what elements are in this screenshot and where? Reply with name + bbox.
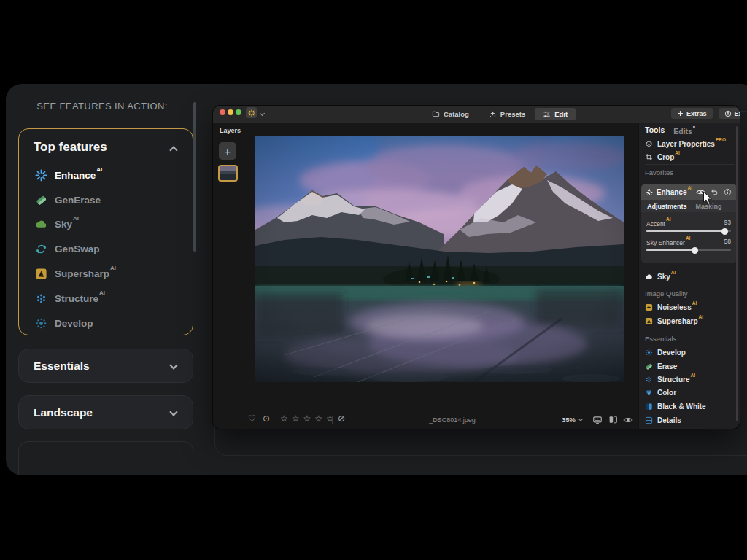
slider-value: 58 <box>724 238 731 246</box>
sidebar-item-supersharp[interactable]: SupersharpAI <box>35 266 116 281</box>
structure-dots-icon <box>645 376 653 384</box>
tab-catalog[interactable]: Catalog <box>432 110 469 118</box>
statusbar-divider <box>332 416 333 424</box>
minimize-button[interactable] <box>228 109 233 115</box>
app-window: Catalog Presets Edit Extras <box>213 106 740 429</box>
star-icon[interactable]: ☆ <box>326 413 334 424</box>
sidebar-item-label: Sky <box>55 219 72 230</box>
enhance-tool-header[interactable]: EnhanceAI <box>641 184 737 200</box>
sidebar-item-sky[interactable]: SkyAI <box>35 217 79 231</box>
preview-eye-icon[interactable] <box>623 415 633 425</box>
sidebar-scrollbar[interactable] <box>193 102 196 252</box>
accordion-partial[interactable] <box>18 441 193 475</box>
supersharp-icon <box>35 268 47 280</box>
image-quality-label: Image Quality <box>645 289 688 298</box>
filename-label: _DSC8014.jpeg <box>394 416 511 424</box>
sidebar-item-generase[interactable]: GenErase <box>35 192 101 207</box>
star-icon[interactable]: ☆ <box>280 413 288 424</box>
sidebar-item-label: Develop <box>55 318 93 329</box>
ai-badge: AI <box>110 265 116 271</box>
slider-thumb[interactable] <box>721 228 728 235</box>
sidebar-item-label: Supersharp <box>55 268 109 279</box>
sidebar-item-label: Enhance <box>55 170 96 181</box>
tab-edits[interactable]: Edits• <box>673 125 694 136</box>
black-white-row[interactable]: Black & White <box>645 402 707 411</box>
favorite-heart-icon[interactable]: ♡ <box>248 413 256 424</box>
sidebar-item-develop[interactable]: Develop <box>35 316 94 330</box>
tab-adjustments[interactable]: Adjustments <box>647 203 687 210</box>
enhance-sparkle-icon <box>35 169 47 182</box>
chevron-down-icon <box>169 361 177 369</box>
develop-icon <box>35 317 47 330</box>
accordion-landscape[interactable]: Landscape <box>18 395 193 429</box>
enhance-sparkle-icon <box>646 188 653 196</box>
eraser-icon <box>35 194 47 206</box>
layer-thumbnail[interactable] <box>218 165 238 182</box>
sun-icon <box>248 109 255 117</box>
folder-icon <box>432 110 440 118</box>
zoom-dropdown[interactable]: 35% <box>562 416 582 424</box>
app-menu-button[interactable] <box>246 107 257 118</box>
develop-row[interactable]: Develop <box>645 348 686 357</box>
top-features-title[interactable]: Top features <box>34 140 107 155</box>
chevron-up-icon[interactable] <box>169 146 177 154</box>
slideshow-icon[interactable] <box>592 415 603 425</box>
ai-badge: AI <box>73 215 79 222</box>
erase-row[interactable]: Erase <box>645 362 678 370</box>
tab-tools[interactable]: Tools <box>645 125 665 136</box>
mode-nav: Catalog Presets Edit <box>432 108 576 120</box>
star-icon[interactable]: ☆ <box>303 413 311 424</box>
develop-icon <box>645 349 653 357</box>
slider-label: AccentAI <box>646 219 671 228</box>
tab-edit[interactable]: Edit <box>535 108 576 120</box>
layer-properties-row[interactable]: Layer PropertiesPRO <box>645 139 726 148</box>
sidebar-item-genswap[interactable]: GenSwap <box>35 241 101 256</box>
statusbar-divider <box>276 416 276 424</box>
color-row[interactable]: Color <box>645 388 677 397</box>
sidebar-item-structure[interactable]: StructureAI <box>35 291 105 306</box>
sidebar-item-enhance[interactable]: EnhanceAI <box>35 168 102 182</box>
accent-slider[interactable] <box>646 230 731 232</box>
page: SEE FEATURES IN ACTION: Top features Enh… <box>0 0 747 560</box>
extras-button[interactable]: Extras <box>671 108 713 119</box>
structure-row[interactable]: StructureAI <box>645 375 695 384</box>
slider-thumb[interactable] <box>692 247 698 254</box>
accordion-title: Landscape <box>34 406 93 419</box>
sky-tool-row[interactable]: SkyAI <box>645 272 676 281</box>
accordion-title: Essentials <box>34 359 90 373</box>
pro-badge: PRO <box>716 137 726 142</box>
rating-stars: ☆ ☆ ☆ ☆ ☆ <box>280 413 334 424</box>
layers-icon <box>645 140 653 148</box>
close-button[interactable] <box>220 109 225 115</box>
noiseless-row[interactable]: NoiselessAI <box>645 303 697 311</box>
sliders-icon <box>543 110 551 118</box>
add-layer-button[interactable]: + <box>219 142 236 160</box>
tab-presets[interactable]: Presets <box>489 110 525 118</box>
supersharp-row[interactable]: SupersharpAI <box>645 316 703 325</box>
export-button[interactable]: Export <box>719 108 740 119</box>
color-drops-icon <box>645 389 653 397</box>
crop-row[interactable]: CropAI <box>645 152 680 161</box>
color-flag-icon[interactable]: ⊙ <box>263 413 270 424</box>
star-icon[interactable]: ☆ <box>292 413 300 424</box>
details-row[interactable]: Details <box>645 416 682 424</box>
ai-badge: AI <box>688 185 693 190</box>
structure-dots-icon <box>35 292 47 305</box>
panel-scrollbar[interactable] <box>736 126 738 421</box>
compare-icon[interactable] <box>608 415 618 424</box>
favorites-label: Favorites <box>645 168 673 176</box>
zoom-window-button[interactable] <box>236 109 241 115</box>
accordion-essentials[interactable]: Essentials <box>18 349 193 383</box>
mouse-cursor <box>703 191 713 206</box>
chevron-down-icon <box>578 417 583 421</box>
panel-tabs: Tools Edits• <box>645 125 695 136</box>
tab-label: Edit <box>554 110 568 118</box>
sky-enhancer-slider[interactable] <box>646 249 731 251</box>
info-icon[interactable] <box>724 188 732 196</box>
chevron-down-icon <box>169 408 177 416</box>
no-color-label-icon[interactable]: ⊘ <box>338 413 345 424</box>
crop-icon <box>645 153 653 161</box>
panel-divider <box>645 164 734 165</box>
star-icon[interactable]: ☆ <box>314 413 322 424</box>
ai-badge: AI <box>671 270 676 275</box>
